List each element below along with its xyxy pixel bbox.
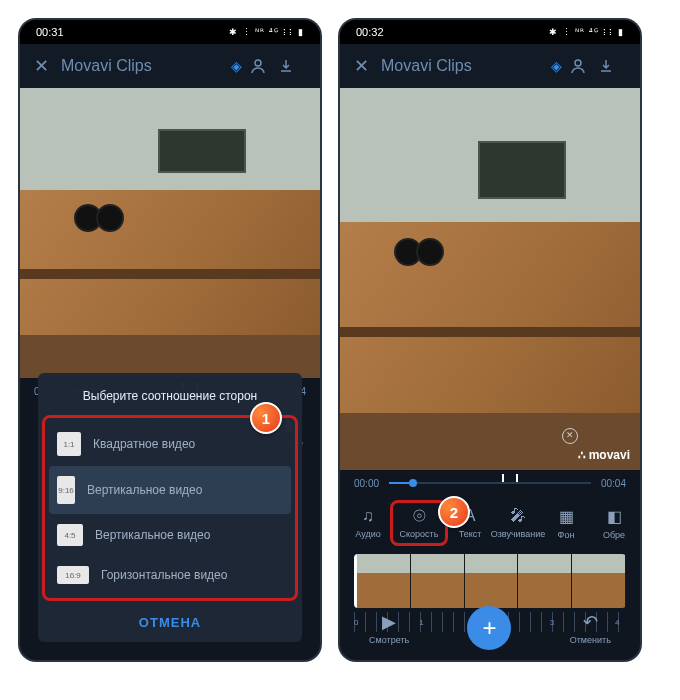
ratio-icon: 4:5 — [57, 524, 83, 546]
ratio-label: Горизонтальное видео — [101, 568, 227, 582]
add-button[interactable]: + — [467, 606, 511, 650]
aspect-option-16-9[interactable]: 16:9 Горизонтальное видео — [49, 556, 291, 594]
download-icon[interactable] — [598, 58, 626, 74]
ratio-icon: 1:1 — [57, 432, 81, 456]
app-header: ✕ Movavi Clips ◈ — [340, 44, 640, 88]
premium-icon[interactable]: ◈ — [542, 58, 570, 74]
tool-bg[interactable]: ▦Фон — [542, 507, 590, 540]
timeline[interactable]: 00:00 00:04 — [340, 470, 640, 496]
phone-screenshot-1: 00:31 ✱ ⋮ ᴺᴿ ⁴ᴳ ⫶⫶ ▮ ✕ Movavi Clips ◈ 00… — [20, 20, 320, 660]
cancel-button[interactable]: ОТМЕНА — [38, 601, 302, 642]
close-icon[interactable]: ✕ — [34, 55, 49, 77]
video-preview[interactable]: ✕ ∴ movavi — [340, 88, 640, 470]
tool-audio[interactable]: ♫Аудио — [344, 507, 392, 539]
time-start: 00:00 — [354, 478, 379, 489]
ratio-label: Вертикальное видео — [87, 483, 202, 497]
profile-icon[interactable] — [250, 58, 278, 74]
music-note-icon: ♫ — [362, 507, 374, 525]
svg-point-0 — [255, 60, 261, 66]
watermark-logo-icon: ∴ — [578, 448, 585, 462]
status-bar: 00:32 ✱ ⋮ ᴺᴿ ⁴ᴳ ⫶⫶ ▮ — [340, 20, 640, 44]
plus-icon: + — [482, 614, 496, 642]
ratio-label: Вертикальное видео — [95, 528, 210, 542]
annotation-badge-2: 2 — [438, 496, 470, 528]
aspect-ratio-list-highlight: 1:1 Квадратное видео 9:16 Вертикальное в… — [42, 415, 298, 601]
download-icon[interactable] — [278, 58, 306, 74]
app-title: Movavi Clips — [381, 57, 542, 75]
video-preview[interactable] — [20, 88, 320, 378]
close-icon[interactable]: ✕ — [354, 55, 369, 77]
app-header: ✕ Movavi Clips ◈ — [20, 44, 320, 88]
status-time: 00:32 — [356, 26, 384, 38]
preview-image — [20, 88, 320, 378]
phone-screenshot-2: 00:32 ✱ ⋮ ᴺᴿ ⁴ᴳ ⫶⫶ ▮ ✕ Movavi Clips ◈ ✕ … — [340, 20, 640, 660]
annotation-badge-1: 1 — [250, 402, 282, 434]
ratio-label: Квадратное видео — [93, 437, 195, 451]
status-time: 00:31 — [36, 26, 64, 38]
mic-icon: 🎤︎ — [510, 507, 526, 525]
aspect-option-4-5[interactable]: 4:5 Вертикальное видео — [49, 514, 291, 556]
trim-markers-icon — [502, 474, 518, 482]
watermark: ∴ movavi — [578, 448, 630, 462]
aspect-option-9-16[interactable]: 9:16 Вертикальное видео — [49, 466, 291, 514]
time-end: 00:04 — [601, 478, 626, 489]
editor-toolbar: ♫Аудио ⦾Скорость AТекст 🎤︎Озвучивание ▦Ф… — [340, 496, 640, 550]
preview-image — [340, 88, 640, 470]
app-title: Movavi Clips — [61, 57, 222, 75]
profile-icon[interactable] — [570, 58, 598, 74]
ratio-icon: 16:9 — [57, 566, 89, 584]
tool-crop-partial[interactable]: ◧Обре — [590, 507, 638, 540]
picture-icon: ▦ — [559, 507, 574, 526]
svg-point-1 — [575, 60, 581, 66]
ratio-icon: 9:16 — [57, 476, 75, 504]
crop-icon: ◧ — [607, 507, 622, 526]
undo-button[interactable]: ↶ Отменить — [570, 611, 611, 645]
tool-dub[interactable]: 🎤︎Озвучивание — [494, 507, 542, 539]
play-icon: ▶ — [382, 611, 396, 633]
status-icons: ✱ ⋮ ᴺᴿ ⁴ᴳ ⫶⫶ ▮ — [229, 27, 304, 37]
bottom-bar: ▶ Смотреть + ↶ Отменить — [340, 596, 640, 660]
undo-icon: ↶ — [583, 611, 598, 633]
watermark-close-icon[interactable]: ✕ — [562, 428, 578, 444]
watermark-text: movavi — [589, 448, 630, 462]
status-icons: ✱ ⋮ ᴺᴿ ⁴ᴳ ⫶⫶ ▮ — [549, 27, 624, 37]
premium-icon[interactable]: ◈ — [222, 58, 250, 74]
status-bar: 00:31 ✱ ⋮ ᴺᴿ ⁴ᴳ ⫶⫶ ▮ — [20, 20, 320, 44]
preview-play-button[interactable]: ▶ Смотреть — [369, 611, 409, 645]
speed-icon: ⦾ — [413, 507, 426, 525]
